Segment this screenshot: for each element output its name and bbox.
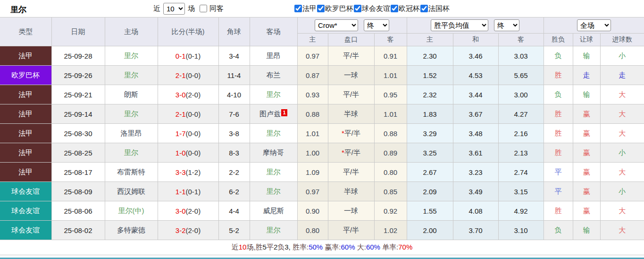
type-cell: 法甲 (0, 124, 51, 143)
league-checkbox-欧冠杯[interactable] (391, 5, 398, 12)
europe-odds-header: 胜平负均值 终 (407, 17, 544, 34)
goals-result-cell: 大 (600, 124, 644, 143)
goals-result-cell: 大 (600, 85, 644, 104)
handicap-text: 平/半 (343, 90, 359, 98)
same-away-checkbox[interactable] (200, 5, 207, 12)
date-cell: 25-09-26 (51, 66, 105, 85)
asian-odds-time-select[interactable]: 终 (364, 19, 389, 31)
handicap-text: 平/半 (343, 226, 359, 234)
europe-draw-odds-cell: 3.46 (453, 46, 498, 66)
summary-segment: 胜率: (293, 243, 309, 251)
handicap-text: 平/半 (344, 148, 360, 156)
score-cell: 2-1(0-0) (158, 66, 218, 85)
europe-odds-select[interactable]: 胜平负均值 (431, 19, 488, 31)
league-checkbox-欧罗巴杯[interactable] (317, 5, 325, 12)
summary-segment: 近 (232, 243, 239, 251)
home-team-name: 里尔 (124, 71, 138, 79)
col-header-corner: 角球 (218, 17, 250, 46)
full-time-score: 0-1 (176, 52, 186, 60)
half-time-score: (0-1) (186, 188, 201, 196)
europe-draw-odds-cell: 3.48 (453, 124, 498, 143)
date-cell: 25-09-21 (51, 85, 105, 104)
home-team-cell: 多特蒙德 (105, 221, 158, 240)
home-team-name: 西汉姆联 (117, 187, 145, 195)
date-cell: 25-09-14 (51, 104, 105, 124)
summary-text: 近10场,胜5平2负3, 胜率:50% 赢率:60% 大:60% 单率:70% (232, 243, 413, 251)
summary-segment: 60% (341, 243, 355, 251)
corner-cell: 5-2 (218, 221, 250, 240)
asian-away-odds-cell: 0.89 (374, 143, 407, 163)
recent-label: 近 (153, 4, 160, 13)
summary-segment: 负 (277, 243, 284, 251)
asian-away-odds-cell: 0.88 (374, 124, 407, 143)
europe-home-odds-cell: 1.52 (407, 66, 453, 85)
score-cell: 2-1(0-0) (158, 104, 218, 124)
type-cell: 欧罗巴杯 (0, 66, 51, 85)
asian-home-odds-cell: 0.80 (297, 221, 328, 240)
league-checkbox-法国杯[interactable] (420, 5, 428, 12)
half-time-score: (1-2) (186, 168, 201, 176)
europe-draw-odds-cell: 3.23 (453, 163, 498, 182)
outcome-cell: 胜 (544, 201, 573, 221)
away-team-name: 里尔 (267, 129, 281, 137)
match-row: 法甲25-09-21朗斯3-0(2-0)4-10里尔0.93平/半0.952.3… (0, 85, 644, 104)
outcome-cell: 平 (544, 163, 573, 182)
europe-home-odds-cell: 2.32 (407, 85, 453, 104)
asian-away-odds-cell: 0.91 (374, 46, 407, 66)
half-time-score: (2-0) (186, 207, 201, 215)
half-time-score: (0-0) (186, 71, 201, 79)
subcol-header-asian-away: 客 (374, 34, 407, 46)
match-history-table: 类型 日期 主场 比分(半场) 角球 客场 Crow* 终 胜平负均值 终 (0, 17, 644, 255)
home-team-cell: 里尔 (105, 104, 158, 124)
outcome-cell: 负 (544, 46, 573, 66)
top-bar: 里尔 近 10 场 同客 法甲欧罗巴杯球会友谊欧冠杯法国杯 (0, 0, 644, 17)
away-team-name: 里尔 (267, 168, 281, 176)
subcol-header-handicap: 盘口 (328, 34, 374, 46)
europe-away-odds-cell: 2.13 (498, 143, 544, 163)
col-header-date: 日期 (51, 17, 105, 46)
home-team-name: 布雷斯特 (117, 168, 145, 176)
europe-away-odds-cell: 3.00 (498, 85, 544, 104)
corner-cell: 8-3 (218, 143, 250, 163)
summary-segment: 10 (239, 243, 247, 251)
europe-home-odds-cell: 2.09 (407, 182, 453, 201)
asian-odds-header: Crow* 终 (297, 17, 407, 34)
away-team-name: 里尔 (267, 187, 281, 195)
league-checkbox-球会友谊[interactable] (354, 5, 361, 12)
bookmaker-select[interactable]: Crow* (315, 19, 358, 31)
date-cell: 25-08-09 (51, 182, 105, 201)
result-scope-header: 全场 (544, 17, 644, 34)
goals-result-cell: 大 (600, 201, 644, 221)
recent-count-select[interactable]: 10 (163, 3, 185, 15)
home-team-cell: 里尔 (105, 66, 158, 85)
league-filter-group: 法甲欧罗巴杯球会友谊欧冠杯法国杯 (294, 4, 450, 13)
europe-odds-time-select[interactable]: 终 (494, 19, 519, 31)
handicap-result-cell: 走 (573, 66, 600, 85)
handicap-cell: 半球 (328, 104, 374, 124)
asian-home-odds-cell: 0.97 (297, 182, 328, 201)
summary-row: 近10场,胜5平2负3, 胜率:50% 赢率:60% 大:60% 单率:70% (0, 240, 644, 255)
half-time-score: (0-0) (186, 149, 201, 157)
goals-result-cell: 大 (600, 104, 644, 124)
match-table-body: 法甲25-09-28里尔0-1(0-1)3-4里昂0.97平/半0.912.30… (0, 46, 644, 240)
handicap-result-cell: 赢 (573, 182, 600, 201)
league-checkbox-法甲[interactable] (294, 5, 302, 12)
corner-cell: 6-2 (218, 182, 250, 201)
europe-away-odds-cell: 3.03 (498, 46, 544, 66)
subcol-header-europe-home: 主 (407, 34, 453, 46)
corner-cell: 11-4 (218, 66, 250, 85)
away-team-cell: 布兰 (250, 66, 297, 85)
away-team-name: 布兰 (267, 71, 281, 79)
score-cell: 3-3(1-2) (158, 163, 218, 182)
full-time-score: 1-1 (176, 188, 186, 196)
europe-draw-odds-cell: 4.08 (453, 201, 498, 221)
scope-select[interactable]: 全场 (577, 19, 611, 31)
goals-result-cell: 走 (600, 66, 644, 85)
corner-cell: 3-4 (218, 46, 250, 66)
handicap-cell: 平/半 (328, 46, 374, 66)
date-cell: 25-08-25 (51, 143, 105, 163)
asian-away-odds-cell: 0.92 (374, 201, 407, 221)
summary-segment: 大: (355, 243, 366, 251)
summary-segment: 赢率: (323, 243, 341, 251)
corner-cell: 4-4 (218, 201, 250, 221)
